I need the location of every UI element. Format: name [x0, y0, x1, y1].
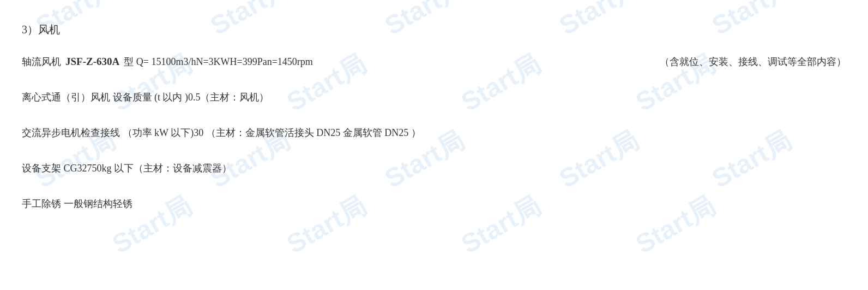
centrifugal-fan-text: 离心式通（引）风机 设备质量 (t 以内 )0.5（主材：风机） — [22, 92, 269, 103]
motor-check-line: 交流异步电机检查接线 （功率 kW 以下)30 （主材：金属软管活接头 DN25… — [22, 115, 846, 151]
motor-check-text: 交流异步电机检查接线 （功率 kW 以下)30 （主材：金属软管活接头 DN25… — [22, 127, 421, 138]
rust-removal-text: 手工除锈 一般钢结构轻锈 — [22, 198, 132, 209]
rust-removal-line: 手工除锈 一般钢结构轻锈 — [22, 186, 846, 222]
fan-model: JSF-Z-630A — [65, 54, 119, 70]
fan-type-label: 轴流风机 — [22, 54, 61, 70]
centrifugal-fan-line: 离心式通（引）风机 设备质量 (t 以内 )0.5（主材：风机） — [22, 80, 846, 115]
equipment-bracket-text: 设备支架 CG32750kg 以下（主材：设备减震器） — [22, 163, 232, 174]
section-title: 3）风机 — [22, 11, 846, 44]
fan-spec-text: 型 Q= 15100m3/hN=3KWH=399Pan=1450rpm — [124, 54, 313, 70]
fan-install-note: （含就位、安装、接线、调试等全部内容） — [638, 54, 846, 70]
fan-spec-line: 轴流风机 JSF-Z-630A 型 Q= 15100m3/hN=3KWH=399… — [22, 44, 846, 80]
page-container: 3）风机 轴流风机 JSF-Z-630A 型 Q= 15100m3/hN=3KW… — [0, 0, 868, 290]
equipment-bracket-line: 设备支架 CG32750kg 以下（主材：设备减震器） — [22, 151, 846, 186]
content-lines: 3）风机 轴流风机 JSF-Z-630A 型 Q= 15100m3/hN=3KW… — [22, 11, 846, 222]
section-title-text: 3）风机 — [22, 23, 60, 35]
